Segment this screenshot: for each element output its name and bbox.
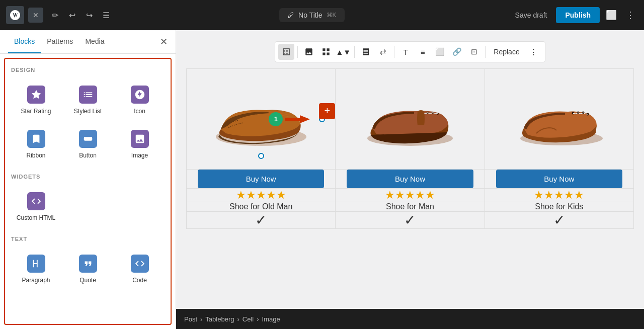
align-left-button[interactable]: ≡ (415, 44, 431, 60)
settings-button[interactable]: ⋮ (623, 8, 638, 23)
block-quote[interactable]: Quote (63, 248, 113, 290)
sidebar: Blocks Patterns Media ✕ DESIGN Star Rati… (0, 30, 176, 329)
image-tool-button[interactable] (301, 44, 317, 60)
image-row: 1 + (187, 69, 634, 170)
block-custom-html[interactable]: Custom HTML (11, 186, 61, 228)
redo-button[interactable]: ↪ (82, 8, 97, 23)
topbar: ✕ ✏ ↩ ↪ ☰ 🖊 No Title ⌘K Save draft Publi… (0, 0, 644, 30)
border-button[interactable]: ⬜ (432, 44, 448, 60)
list-view-button[interactable]: ☰ (99, 8, 114, 23)
grid-button[interactable] (318, 44, 334, 60)
image-cell-3[interactable] (485, 69, 633, 170)
breadcrumb-sep-1: › (200, 315, 202, 323)
topbar-tools: ✏ ↩ ↪ ☰ (47, 8, 114, 23)
undo-button[interactable]: ↩ (64, 8, 79, 23)
editor-toolbar: ▲▼ ⇄ T ≡ ⬜ 🔗 ⊡ Replace ⋮ (275, 41, 545, 62)
table-button[interactable] (358, 44, 374, 60)
svg-rect-0 (84, 137, 92, 140)
buy-cell-2: Buy Now (336, 170, 485, 189)
publish-button[interactable]: Publish (556, 7, 600, 23)
step-badge: 1 (269, 112, 283, 126)
sidebar-close-button[interactable]: ✕ (160, 36, 168, 47)
move-button[interactable]: ▲▼ (335, 44, 351, 60)
block-paragraph[interactable]: Paragraph (11, 248, 61, 290)
replace-button[interactable]: Replace (489, 46, 524, 58)
pen-icon: 🖊 (287, 11, 294, 19)
star-rating-icon (27, 86, 45, 104)
buy-now-button-3[interactable]: Buy Now (496, 170, 622, 188)
text-section-label: TEXT (11, 236, 165, 242)
image-cell-1[interactable]: 1 + (187, 69, 336, 170)
title-pill[interactable]: 🖊 No Title ⌘K (279, 8, 344, 22)
topbar-right: Save draft Publish ⬜ ⋮ (510, 7, 638, 23)
image-handle-bottom[interactable] (258, 153, 264, 159)
buy-now-button-2[interactable]: Buy Now (347, 170, 473, 188)
block-image[interactable]: Image (115, 123, 165, 166)
close-editor-button[interactable]: ✕ (28, 8, 43, 23)
block-styled-list[interactable]: Styled List (63, 79, 113, 121)
ribbon-label: Ribbon (26, 152, 45, 159)
add-column-button[interactable]: + (319, 103, 335, 119)
paragraph-label: Paragraph (22, 277, 50, 284)
crop-button[interactable]: ⊡ (466, 44, 482, 60)
stars-cell-1: ★★★★★ (187, 189, 336, 202)
table-container: 1 + (176, 68, 644, 309)
widgets-section-label: WIDGETS (11, 174, 165, 180)
shoe-svg-3 (509, 84, 609, 154)
editor-area: ▲▼ ⇄ T ≡ ⬜ 🔗 ⊡ Replace ⋮ (176, 30, 644, 329)
check-cell-2: ✓ (336, 212, 485, 229)
block-button[interactable]: Button (63, 123, 113, 166)
wp-logo (6, 6, 24, 24)
svg-marker-4 (285, 115, 310, 123)
breadcrumb-post[interactable]: Post (184, 315, 197, 323)
link-back-button[interactable]: ⇄ (375, 44, 391, 60)
buy-cell-1: Buy Now (187, 170, 336, 189)
link-button[interactable]: 🔗 (449, 44, 465, 60)
tab-media[interactable]: Media (79, 30, 110, 53)
star-rating-label: Star Rating (21, 108, 51, 115)
styled-list-icon (79, 86, 97, 104)
icon-block-icon (131, 86, 149, 104)
block-icon[interactable]: Icon (115, 79, 165, 121)
table-view-button[interactable] (278, 44, 294, 60)
view-button[interactable]: ⬜ (604, 8, 619, 23)
design-section-label: DESIGN (11, 67, 165, 73)
sidebar-tabs: Blocks Patterns Media ✕ (0, 30, 176, 54)
block-ribbon[interactable]: Ribbon (11, 123, 61, 166)
more-options-button[interactable]: ⋮ (526, 44, 542, 60)
title-area: 🖊 No Title ⌘K (118, 8, 506, 22)
styled-list-label: Styled List (74, 108, 102, 115)
custom-html-label: Custom HTML (17, 214, 55, 221)
image-block-icon (131, 130, 149, 148)
tab-blocks[interactable]: Blocks (8, 30, 41, 53)
sidebar-content: DESIGN Star Rating Styled List (4, 58, 172, 325)
breadcrumb-tableberg[interactable]: Tableberg (205, 315, 234, 323)
widgets-blocks-grid: Custom HTML (11, 186, 165, 228)
block-code[interactable]: Code (115, 248, 165, 290)
product-name-3: Shoe for Kids (485, 202, 633, 212)
save-draft-button[interactable]: Save draft (510, 8, 552, 22)
edit-tool-button[interactable]: ✏ (47, 8, 62, 23)
tab-patterns[interactable]: Patterns (41, 30, 79, 53)
buy-row: Buy Now Buy Now Buy Now (187, 170, 634, 189)
text-format-button[interactable]: T (397, 44, 414, 60)
image-cell-2[interactable] (336, 69, 485, 170)
stars-cell-2: ★★★★★ (336, 189, 485, 202)
block-star-rating[interactable]: Star Rating (11, 79, 61, 121)
breadcrumb-sep-2: › (237, 315, 239, 323)
post-title: No Title (298, 11, 322, 19)
arrow-indicator: 1 (269, 112, 310, 126)
image-block-label: Image (131, 152, 148, 159)
arrow-svg (285, 114, 310, 124)
icon-block-label: Icon (134, 108, 145, 115)
breadcrumb-sep-3: › (257, 315, 259, 323)
breadcrumb-image[interactable]: Image (262, 315, 280, 323)
breadcrumb-cell[interactable]: Cell (243, 315, 254, 323)
stars-row: ★★★★★ ★★★★★ ★★★★★ (187, 189, 634, 202)
check-cell-3: ✓ (485, 212, 633, 229)
paragraph-icon (27, 255, 45, 273)
quote-icon (79, 255, 97, 273)
breadcrumb: Post › Tableberg › Cell › Image (176, 309, 644, 329)
buy-now-button-1[interactable]: Buy Now (198, 170, 324, 188)
shoe-image-3 (485, 79, 633, 159)
